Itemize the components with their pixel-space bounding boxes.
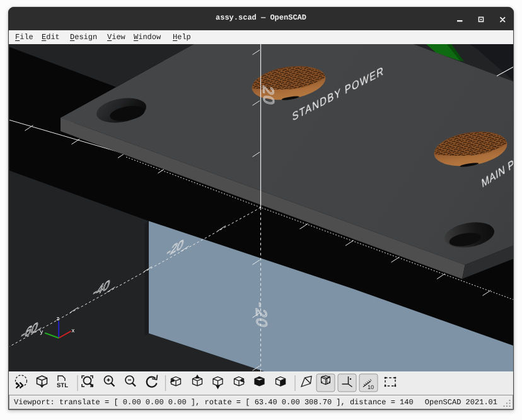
svg-text:y: y [40, 329, 44, 335]
svg-text:-20: -20 [252, 301, 270, 330]
svg-text:z: z [57, 315, 60, 322]
svg-text:STL: STL [57, 382, 68, 389]
svg-text:x: x [72, 327, 75, 334]
svg-text:10: 10 [368, 384, 374, 390]
svg-text:20: 20 [259, 85, 277, 107]
